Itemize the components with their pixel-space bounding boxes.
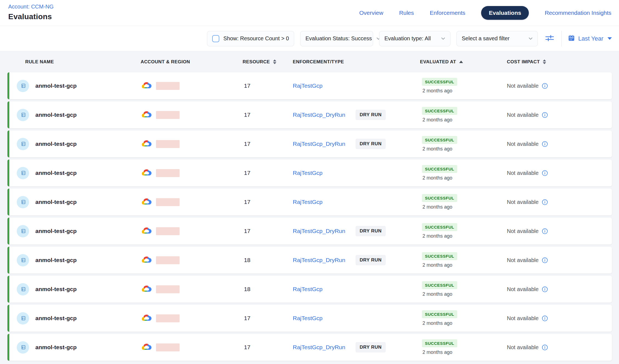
- evaluated-time: 2 months ago: [422, 88, 452, 94]
- calendar-icon: [568, 34, 575, 43]
- column-header-resource[interactable]: RESOURCE: [243, 59, 293, 65]
- top-navigation: Overview Rules Enforcements Evaluations …: [359, 0, 611, 26]
- info-icon[interactable]: [542, 170, 548, 176]
- evaluations-table: RULE NAME ACCOUNT & REGION RESOURCE ENFO…: [0, 51, 619, 361]
- rule-name: anmol-test-gcp: [35, 199, 77, 205]
- status-badge: SUCCESSFUL: [422, 165, 457, 173]
- rule-name: anmol-test-gcp: [35, 286, 77, 292]
- account-id-redacted: [156, 169, 180, 177]
- dry-run-badge: DRY RUN: [356, 110, 386, 120]
- enforcement-link[interactable]: RajTestGcp_DryRun: [293, 257, 356, 263]
- resource-count: 17: [243, 315, 293, 322]
- column-header-enforcement-type: ENFORCEMENT/TYPE: [293, 59, 420, 65]
- evaluation-type-dropdown[interactable]: Evaluation type: All: [379, 31, 450, 46]
- enforcement-link[interactable]: RajTestGcp: [293, 170, 356, 176]
- resource-count-filter[interactable]: Show: Resource Count > 0: [207, 31, 294, 46]
- table-row[interactable]: anmol-test-gcp 17 RajTestGcp_DryRun DRY: [7, 130, 612, 157]
- filter-bar: Show: Resource Count > 0 Evaluation Stat…: [0, 26, 619, 51]
- account-id-redacted: [156, 82, 180, 90]
- gcp-cloud-icon: [141, 313, 152, 323]
- evaluation-status-dropdown[interactable]: Evaluation Status: Success: [300, 31, 373, 46]
- status-badge: SUCCESSFUL: [422, 223, 457, 231]
- nav-tab-overview[interactable]: Overview: [359, 10, 384, 16]
- evaluated-time: 2 months ago: [422, 291, 452, 297]
- saved-filter-dropdown[interactable]: Select a saved filter: [456, 31, 538, 46]
- date-range-picker[interactable]: Last Year: [568, 34, 612, 43]
- nav-tab-enforcements[interactable]: Enforcements: [430, 10, 465, 16]
- status-badge: SUCCESSFUL: [422, 194, 457, 202]
- status-badge: SUCCESSFUL: [422, 252, 457, 260]
- table-row[interactable]: anmol-test-gcp 17 RajTestGcp_DryRun DRY: [7, 101, 612, 128]
- rule-icon: [17, 138, 29, 150]
- info-icon[interactable]: [542, 344, 548, 351]
- enforcement-link[interactable]: RajTestGcp_DryRun: [293, 228, 356, 234]
- evaluated-time: 2 months ago: [422, 117, 452, 123]
- resource-count: 18: [243, 257, 293, 263]
- rule-name: anmol-test-gcp: [35, 141, 77, 147]
- resource-count: 17: [243, 141, 293, 147]
- saved-filter-placeholder: Select a saved filter: [462, 35, 510, 42]
- table-row[interactable]: anmol-test-gcp 17 RajTestGcp: [7, 72, 612, 99]
- resource-count: 17: [243, 112, 293, 118]
- enforcement-link[interactable]: RajTestGcp: [293, 83, 356, 89]
- nav-tab-rules[interactable]: Rules: [399, 10, 414, 16]
- chevron-down-icon: [441, 37, 445, 40]
- resource-count-checkbox[interactable]: [212, 35, 219, 42]
- dry-run-badge: DRY RUN: [356, 226, 386, 236]
- status-badge: SUCCESSFUL: [422, 281, 457, 289]
- info-icon[interactable]: [542, 286, 548, 292]
- status-badge: SUCCESSFUL: [422, 78, 457, 86]
- column-header-evaluated-at[interactable]: EVALUATED AT: [420, 59, 507, 65]
- evaluated-time: 2 months ago: [422, 233, 452, 239]
- resource-count: 17: [243, 228, 293, 234]
- sort-icon[interactable]: [273, 59, 276, 64]
- info-icon[interactable]: [542, 315, 548, 322]
- table-row[interactable]: anmol-test-gcp 17 RajTestGcp: [7, 160, 612, 186]
- gcp-cloud-icon: [141, 226, 152, 236]
- evaluated-time: 2 months ago: [422, 262, 452, 268]
- cost-impact-text: Not available: [507, 257, 539, 263]
- table-row[interactable]: anmol-test-gcp 17 RajTestGcp_DryRun DRY: [7, 334, 612, 361]
- column-header-cost-impact[interactable]: COST IMPACT: [507, 59, 612, 65]
- cost-impact-text: Not available: [507, 170, 539, 176]
- rule-icon: [17, 341, 29, 354]
- table-row[interactable]: anmol-test-gcp 17 RajTestGcp: [7, 189, 612, 215]
- sort-ascending-icon[interactable]: [459, 61, 463, 63]
- account-breadcrumb-link[interactable]: Account: CCM-NG: [8, 4, 54, 10]
- top-bar: Account: CCM-NG Evaluations Overview Rul…: [0, 0, 619, 26]
- rule-icon: [17, 254, 29, 266]
- info-icon[interactable]: [542, 112, 548, 118]
- nav-tab-recommendation-insights[interactable]: Recommendation Insights: [545, 10, 611, 16]
- account-id-redacted: [156, 198, 180, 206]
- table-row[interactable]: anmol-test-gcp 17 RajTestGcp_DryRun DRY: [7, 218, 612, 244]
- info-icon[interactable]: [542, 228, 548, 234]
- enforcement-link[interactable]: RajTestGcp: [293, 199, 356, 205]
- info-icon[interactable]: [542, 257, 548, 263]
- sliders-icon: [545, 34, 554, 43]
- info-icon[interactable]: [542, 83, 548, 89]
- enforcement-link[interactable]: RajTestGcp_DryRun: [293, 112, 356, 118]
- enforcement-link[interactable]: RajTestGcp: [293, 286, 356, 292]
- evaluated-time: 2 months ago: [422, 320, 452, 326]
- cost-impact-text: Not available: [507, 344, 539, 351]
- table-row[interactable]: anmol-test-gcp 18 RajTestGcp_DryRun DRY: [7, 247, 612, 274]
- column-header-rule-name: RULE NAME: [17, 59, 137, 65]
- cost-impact-text: Not available: [507, 286, 539, 292]
- table-row[interactable]: anmol-test-gcp 18 RajTestGcp: [7, 276, 612, 303]
- status-badge: SUCCESSFUL: [422, 339, 457, 347]
- account-id-redacted: [156, 111, 180, 119]
- nav-tab-evaluations-active[interactable]: Evaluations: [481, 6, 529, 20]
- gcp-cloud-icon: [141, 81, 152, 91]
- gcp-cloud-icon: [141, 284, 152, 294]
- info-icon[interactable]: [542, 141, 548, 147]
- enforcement-link[interactable]: RajTestGcp: [293, 315, 356, 322]
- sort-icon[interactable]: [543, 59, 546, 64]
- rule-icon: [17, 312, 29, 325]
- enforcement-link[interactable]: RajTestGcp_DryRun: [293, 344, 356, 351]
- date-range-value: Last Year: [578, 35, 603, 42]
- gcp-cloud-icon: [141, 342, 152, 352]
- table-row[interactable]: anmol-test-gcp 17 RajTestGcp: [7, 305, 612, 332]
- info-icon[interactable]: [542, 199, 548, 205]
- filter-settings-button[interactable]: [544, 33, 555, 44]
- enforcement-link[interactable]: RajTestGcp_DryRun: [293, 141, 356, 147]
